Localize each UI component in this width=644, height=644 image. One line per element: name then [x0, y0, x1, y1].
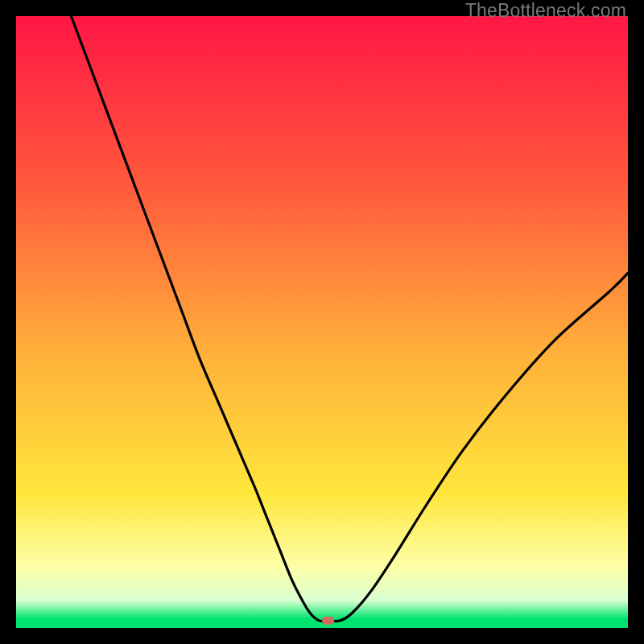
watermark-text: TheBottleneck.com	[465, 0, 626, 22]
optimal-point-marker	[322, 617, 334, 625]
gradient-background	[16, 16, 628, 628]
bottleneck-chart	[16, 16, 628, 628]
chart-frame	[16, 16, 628, 628]
